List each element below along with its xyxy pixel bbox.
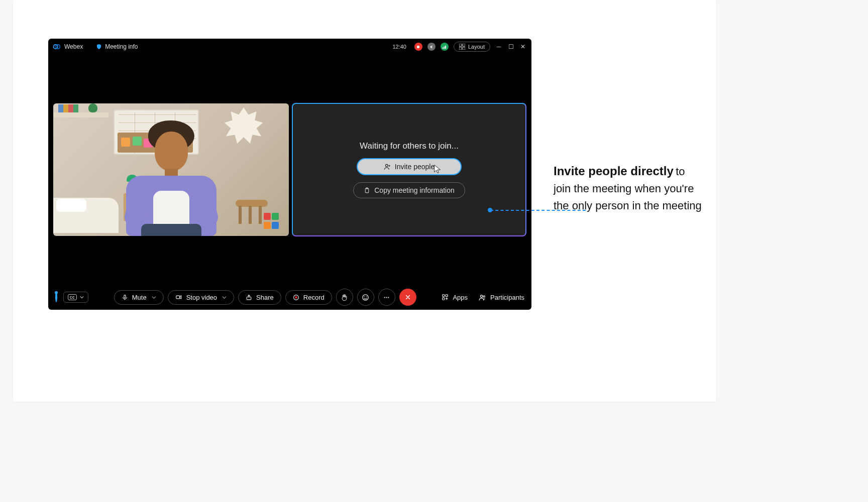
info-shield-icon bbox=[96, 44, 102, 50]
svg-rect-7 bbox=[463, 44, 465, 46]
apps-grid-icon bbox=[442, 294, 449, 301]
invite-label: Invite people bbox=[395, 163, 435, 171]
svg-point-2 bbox=[417, 45, 419, 48]
record-button[interactable]: Record bbox=[285, 290, 332, 305]
chevron-down-icon bbox=[80, 295, 84, 299]
record-label: Record bbox=[303, 294, 324, 301]
svg-point-21 bbox=[384, 297, 385, 298]
copy-info-label: Copy meeting information bbox=[374, 186, 455, 194]
audio-indicator-icon[interactable] bbox=[427, 43, 436, 51]
video-stage: Waiting for others to join... Invite peo… bbox=[48, 55, 531, 285]
record-dot-icon bbox=[293, 294, 299, 301]
chevron-down-icon[interactable] bbox=[222, 295, 227, 300]
share-up-icon bbox=[246, 294, 252, 301]
share-label: Share bbox=[256, 294, 274, 301]
bottombar-left: cc bbox=[55, 292, 88, 303]
window-close-button[interactable]: ✕ bbox=[519, 43, 526, 50]
participants-button[interactable]: Participants bbox=[479, 294, 524, 301]
svg-rect-3 bbox=[443, 47, 444, 49]
svg-point-10 bbox=[385, 164, 388, 167]
meeting-info-label: Meeting info bbox=[105, 43, 138, 50]
documentation-canvas: Webex Meeting info 12:40 Layout ─ bbox=[13, 0, 716, 402]
titlebar: Webex Meeting info 12:40 Layout ─ bbox=[48, 39, 531, 55]
end-meeting-button[interactable] bbox=[399, 289, 416, 306]
callout-text: Invite people directly to join the meeti… bbox=[554, 162, 704, 214]
titlebar-right: 12:40 Layout ─ ☐ ✕ bbox=[392, 42, 526, 52]
captions-button[interactable]: cc bbox=[63, 292, 88, 303]
reactions-button[interactable] bbox=[357, 289, 374, 306]
svg-rect-9 bbox=[463, 47, 465, 50]
layout-grid-icon bbox=[459, 44, 465, 50]
svg-point-19 bbox=[364, 296, 365, 297]
bottom-control-bar: cc Mute Stop video Share bbox=[48, 285, 531, 310]
webex-logo-icon bbox=[53, 43, 60, 50]
svg-rect-4 bbox=[444, 46, 445, 49]
svg-point-27 bbox=[481, 295, 483, 297]
waiting-panel: Waiting for others to join... Invite peo… bbox=[292, 103, 526, 236]
callout-bold: Invite people directly bbox=[554, 164, 674, 178]
svg-point-18 bbox=[363, 294, 368, 300]
svg-point-22 bbox=[386, 297, 387, 298]
svg-rect-26 bbox=[443, 298, 445, 300]
recording-indicator-icon[interactable] bbox=[414, 43, 422, 51]
svg-point-17 bbox=[295, 296, 297, 298]
invite-people-button[interactable]: Invite people bbox=[357, 158, 462, 175]
svg-point-28 bbox=[483, 296, 485, 297]
smile-icon bbox=[362, 294, 369, 301]
titlebar-left: Webex Meeting info bbox=[53, 43, 138, 50]
svg-rect-6 bbox=[459, 44, 462, 46]
camera-icon bbox=[175, 294, 182, 301]
share-button[interactable]: Share bbox=[238, 290, 281, 305]
close-icon bbox=[404, 294, 411, 301]
meeting-info-button[interactable]: Meeting info bbox=[96, 43, 138, 50]
webex-window: Webex Meeting info 12:40 Layout ─ bbox=[48, 39, 531, 310]
ellipsis-icon bbox=[383, 294, 390, 301]
svg-rect-24 bbox=[443, 295, 445, 297]
clipboard-icon bbox=[364, 187, 370, 194]
mute-button[interactable]: Mute bbox=[114, 290, 164, 305]
more-options-button[interactable] bbox=[378, 289, 395, 306]
svg-point-20 bbox=[366, 296, 367, 297]
assistant-ring-icon[interactable] bbox=[55, 293, 57, 302]
cc-icon: cc bbox=[68, 294, 77, 300]
stop-video-button[interactable]: Stop video bbox=[168, 290, 234, 305]
copy-meeting-info-button[interactable]: Copy meeting information bbox=[353, 182, 465, 198]
apps-button[interactable]: Apps bbox=[442, 294, 468, 301]
svg-rect-13 bbox=[124, 295, 126, 298]
raise-hand-button[interactable] bbox=[336, 289, 353, 306]
stop-video-label: Stop video bbox=[186, 294, 217, 301]
apps-label: Apps bbox=[453, 294, 468, 301]
svg-rect-8 bbox=[459, 47, 462, 50]
bottombar-right: Apps Participants bbox=[442, 294, 524, 301]
bottombar-center: Mute Stop video Share Record bbox=[114, 289, 416, 306]
layout-label: Layout bbox=[468, 44, 485, 50]
mute-label: Mute bbox=[132, 294, 147, 301]
hand-icon bbox=[341, 294, 348, 301]
person-add-icon bbox=[384, 163, 391, 170]
window-maximize-button[interactable]: ☐ bbox=[507, 43, 514, 50]
chevron-down-icon[interactable] bbox=[152, 295, 156, 300]
participants-icon bbox=[479, 294, 486, 301]
app-name: Webex bbox=[64, 43, 83, 50]
svg-rect-5 bbox=[446, 45, 447, 48]
layout-button[interactable]: Layout bbox=[454, 42, 490, 52]
waiting-status-text: Waiting for others to join... bbox=[360, 141, 459, 151]
svg-rect-14 bbox=[176, 296, 179, 299]
meeting-clock: 12:40 bbox=[392, 44, 406, 50]
network-indicator-icon[interactable] bbox=[441, 43, 449, 51]
svg-rect-25 bbox=[446, 295, 448, 297]
microphone-icon bbox=[122, 294, 128, 301]
cursor-icon bbox=[433, 164, 442, 174]
self-video-tile[interactable] bbox=[53, 103, 289, 236]
svg-point-23 bbox=[388, 297, 389, 298]
participants-label: Participants bbox=[490, 294, 524, 301]
window-minimize-button[interactable]: ─ bbox=[495, 43, 502, 50]
